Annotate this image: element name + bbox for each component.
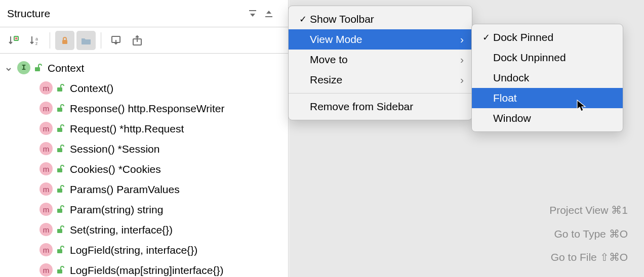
method-icon: m bbox=[39, 102, 53, 115]
menu-item-window[interactable]: Window bbox=[472, 108, 623, 128]
tree-item[interactable]: m Request() *http.Request bbox=[5, 118, 288, 138]
structure-tree[interactable]: I Context m Context() m Response() http.… bbox=[0, 54, 288, 277]
tree-item[interactable]: m LogFields(map[string]interface{}) bbox=[5, 260, 288, 277]
method-icon: m bbox=[39, 142, 53, 155]
hint-shortcut: ⌘O bbox=[609, 228, 628, 240]
autoscroll-to-source-button[interactable] bbox=[106, 31, 126, 50]
tree-item-label: Set(string, interface{}) bbox=[70, 224, 173, 235]
hint-label: Project View bbox=[549, 204, 608, 216]
svg-rect-11 bbox=[57, 148, 62, 152]
tree-item[interactable]: m Cookies() *Cookies bbox=[5, 159, 288, 179]
svg-rect-12 bbox=[57, 168, 62, 172]
tree-root[interactable]: I Context bbox=[5, 58, 288, 78]
hint-shortcut: ⌘1 bbox=[611, 204, 628, 216]
check-icon: ✓ bbox=[296, 14, 310, 25]
lock-open-icon bbox=[56, 265, 65, 274]
tree-item-label: Response() http.ResponseWriter bbox=[70, 103, 224, 114]
tool-window-options-menu: ✓ Show Toolbar View Mode › Move to › Res… bbox=[288, 6, 472, 120]
structure-panel-header: Structure bbox=[0, 0, 288, 27]
hint-project-view: Project View ⌘1 bbox=[549, 199, 628, 222]
lock-open-icon bbox=[56, 184, 65, 194]
editor-hints: Project View ⌘1 Go to Type ⌘O Go to File… bbox=[549, 199, 628, 269]
menu-label: Undock bbox=[493, 72, 615, 84]
lock-open-icon bbox=[56, 164, 65, 173]
chevron-right-icon: › bbox=[456, 74, 464, 86]
svg-rect-7 bbox=[35, 67, 40, 71]
svg-rect-4 bbox=[62, 40, 67, 44]
tree-root-label: Context bbox=[48, 63, 84, 73]
menu-item-view-mode[interactable]: View Mode › bbox=[289, 29, 472, 50]
lock-open-icon bbox=[56, 225, 65, 234]
menu-label: Window bbox=[493, 112, 615, 124]
hint-shortcut: ⇧⌘O bbox=[600, 251, 628, 263]
collapse-all-icon[interactable] bbox=[262, 7, 276, 21]
lock-open-icon bbox=[56, 245, 65, 254]
svg-rect-13 bbox=[57, 189, 62, 193]
check-icon: ✓ bbox=[479, 32, 493, 43]
menu-item-float[interactable]: Float bbox=[472, 88, 623, 108]
lock-open-icon bbox=[33, 63, 43, 72]
tree-item[interactable]: m Set(string, interface{}) bbox=[5, 219, 288, 240]
view-mode-submenu: ✓ Dock Pinned Dock Unpinned Undock Float… bbox=[471, 24, 623, 132]
svg-rect-14 bbox=[57, 209, 62, 213]
lock-open-icon bbox=[56, 104, 65, 113]
tree-item[interactable]: m Params() ParamValues bbox=[5, 179, 288, 199]
menu-label: Dock Pinned bbox=[493, 31, 615, 43]
tree-item-label: LogFields(map[string]interface{}) bbox=[70, 265, 224, 275]
menu-item-dock-unpinned[interactable]: Dock Unpinned bbox=[472, 48, 623, 68]
tree-item-label: Session() *Session bbox=[70, 144, 159, 154]
tree-item[interactable]: m Context() bbox=[5, 78, 288, 98]
chevron-down-icon[interactable] bbox=[5, 64, 13, 72]
method-icon: m bbox=[39, 162, 53, 175]
svg-rect-8 bbox=[57, 87, 62, 91]
structure-toolbar: az bbox=[0, 27, 288, 54]
hint-go-to-file: Go to File ⇧⌘O bbox=[549, 246, 628, 269]
menu-label: Resize bbox=[310, 74, 456, 86]
method-icon: m bbox=[39, 243, 53, 256]
tree-item-label: Context() bbox=[70, 83, 113, 94]
method-icon: m bbox=[39, 122, 53, 135]
tree-item[interactable]: m Session() *Session bbox=[5, 138, 288, 159]
menu-label: Remove from Sidebar bbox=[310, 101, 464, 113]
lock-open-icon bbox=[56, 124, 65, 133]
lock-open-icon bbox=[56, 144, 65, 153]
menu-item-dock-pinned[interactable]: ✓ Dock Pinned bbox=[472, 27, 623, 48]
menu-label: View Mode bbox=[310, 33, 456, 45]
tree-item[interactable]: m Response() http.ResponseWriter bbox=[5, 98, 288, 118]
tree-item-label: Params() ParamValues bbox=[70, 184, 180, 195]
menu-item-move-to[interactable]: Move to › bbox=[289, 50, 472, 70]
menu-separator bbox=[289, 93, 472, 94]
method-icon: m bbox=[39, 203, 53, 216]
menu-item-remove-from-sidebar[interactable]: Remove from Sidebar bbox=[289, 97, 472, 117]
tree-item-label: Cookies() *Cookies bbox=[70, 164, 161, 174]
chevron-right-icon: › bbox=[456, 54, 464, 66]
interface-icon: I bbox=[17, 61, 30, 74]
panel-title: Structure bbox=[7, 8, 244, 20]
chevron-right-icon: › bbox=[456, 33, 464, 45]
hint-label: Go to File bbox=[551, 251, 597, 263]
tree-item-label: LogField(string, interface{}) bbox=[70, 245, 197, 255]
menu-item-show-toolbar[interactable]: ✓ Show Toolbar bbox=[289, 9, 472, 29]
show-package-button[interactable] bbox=[76, 31, 96, 50]
svg-rect-16 bbox=[57, 249, 62, 253]
lock-open-icon bbox=[56, 205, 65, 214]
tree-item[interactable]: m Param(string) string bbox=[5, 199, 288, 219]
svg-rect-1 bbox=[15, 37, 17, 39]
sort-visibility-button[interactable] bbox=[4, 31, 23, 50]
sort-alpha-button[interactable]: az bbox=[25, 31, 45, 50]
lock-open-icon bbox=[56, 83, 65, 93]
tree-item-label: Param(string) string bbox=[70, 204, 163, 215]
tree-item[interactable]: m LogField(string, interface{}) bbox=[5, 240, 288, 260]
show-private-button[interactable] bbox=[55, 31, 74, 50]
tree-item-label: Request() *http.Request bbox=[70, 123, 184, 134]
expand-all-icon[interactable] bbox=[246, 7, 260, 21]
menu-item-undock[interactable]: Undock bbox=[472, 68, 623, 88]
svg-rect-17 bbox=[57, 269, 62, 273]
autoscroll-from-source-button[interactable] bbox=[128, 31, 147, 50]
svg-rect-15 bbox=[57, 229, 62, 233]
method-icon: m bbox=[39, 81, 53, 95]
method-icon: m bbox=[39, 263, 53, 276]
menu-label: Show Toolbar bbox=[310, 13, 464, 25]
svg-rect-10 bbox=[57, 128, 62, 132]
menu-item-resize[interactable]: Resize › bbox=[289, 70, 472, 90]
